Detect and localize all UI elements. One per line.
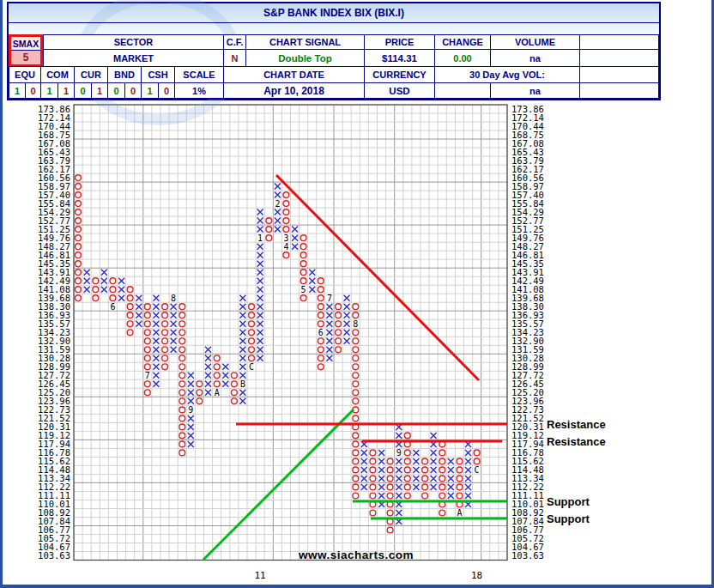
footer-url: www.siacharts.com (298, 549, 414, 561)
alloc-csh-label: CSH (141, 66, 175, 83)
price-value: $114.31 (364, 49, 435, 67)
svg-text:6: 6 (318, 328, 324, 337)
alloc-com-v1: 1 (40, 82, 58, 99)
date-value: Apr 10, 2018 (223, 82, 365, 99)
price-label: PRICE (364, 34, 435, 50)
svg-text:9: 9 (396, 448, 402, 458)
signal-value: Double Top (245, 49, 365, 67)
svg-text:11: 11 (254, 570, 265, 581)
volume-label: VOLUME (490, 34, 580, 50)
svg-text:C: C (475, 465, 480, 475)
header-spacer (579, 49, 659, 67)
svg-text:1: 1 (257, 233, 263, 243)
smax-label: SMAX (11, 37, 40, 50)
change-label: CHANGE (434, 34, 491, 50)
alloc-cur-v2: 1 (91, 82, 108, 99)
alloc-equ-label: EQU (9, 66, 41, 83)
svg-text:7: 7 (145, 371, 150, 380)
avgvol-spacer (434, 82, 491, 99)
sector-value: MARKET (43, 49, 224, 67)
svg-text:8: 8 (353, 319, 358, 329)
svg-text:4: 4 (283, 242, 288, 252)
alloc-cur-v1: 0 (74, 82, 92, 99)
alloc-equ-v2: 0 (25, 82, 41, 99)
alloc-com-label: COM (40, 66, 75, 83)
avgvol-label: 30 Day Avg VOL: (434, 66, 580, 83)
alloc-csh-v1: 1 (141, 82, 159, 99)
cf-label: C.F. (223, 34, 246, 50)
cf-value: N (223, 49, 246, 67)
svg-text:C: C (249, 362, 254, 372)
svg-text:6: 6 (110, 302, 115, 312)
header-spacer (579, 66, 659, 83)
level-labels: ResistanceResistanceSupportSupport (547, 418, 606, 525)
svg-text:8: 8 (171, 294, 176, 303)
change-value: 0.00 (434, 49, 491, 67)
svg-text:7: 7 (327, 294, 332, 303)
date-label: CHART DATE (223, 66, 365, 83)
volume-value: na (490, 49, 580, 67)
frame-bottom (0, 585, 714, 588)
smax-value: 5 (11, 50, 40, 64)
alloc-bnd-label: BND (107, 66, 142, 83)
alloc-com-v2: 1 (57, 82, 75, 99)
header-table: SIACharts.com Identify - Track - Report … (7, 2, 661, 100)
svg-text:103.63: 103.63 (511, 550, 544, 561)
page: 173.86173.86172.14172.14170.44170.44168.… (0, 0, 714, 588)
svg-text:Resistance: Resistance (547, 418, 606, 431)
alloc-cur-label: CUR (74, 66, 108, 83)
header-spacer (579, 82, 659, 99)
sector-label: SECTOR (43, 34, 224, 50)
frame-left (0, 0, 3, 588)
scale-label: SCALE (174, 66, 224, 83)
svg-text:Resistance: Resistance (547, 435, 606, 448)
svg-text:103.63: 103.63 (38, 550, 70, 561)
currency-label: CURRENCY (364, 66, 435, 83)
alloc-csh-v2: 0 (158, 82, 175, 99)
svg-text:Support: Support (547, 495, 590, 508)
svg-text:Support: Support (547, 512, 590, 525)
svg-text:18: 18 (471, 570, 482, 581)
svg-text:A: A (215, 388, 220, 397)
avgvol-value: na (490, 82, 580, 99)
svg-text:B: B (240, 379, 245, 389)
scale-value: 1% (174, 82, 224, 99)
currency-value: USD (364, 82, 435, 99)
x-axis-labels: 1118 (254, 570, 482, 581)
header-spacer (579, 34, 659, 50)
alloc-bnd-v1: 0 (107, 82, 125, 99)
chart-title: S&P BANK INDEX BIX (BIX.I) (9, 3, 659, 23)
smax-box: SMAX 5 (9, 34, 43, 66)
alloc-bnd-v2: 0 (124, 82, 142, 99)
signal-label: CHART SIGNAL (245, 34, 365, 50)
svg-text:www.siacharts.com: www.siacharts.com (298, 549, 414, 561)
svg-text:9: 9 (188, 405, 193, 415)
svg-text:2: 2 (275, 199, 280, 209)
alloc-equ-v1: 1 (9, 82, 26, 99)
svg-text:5: 5 (301, 285, 306, 294)
svg-text:A: A (457, 508, 462, 518)
